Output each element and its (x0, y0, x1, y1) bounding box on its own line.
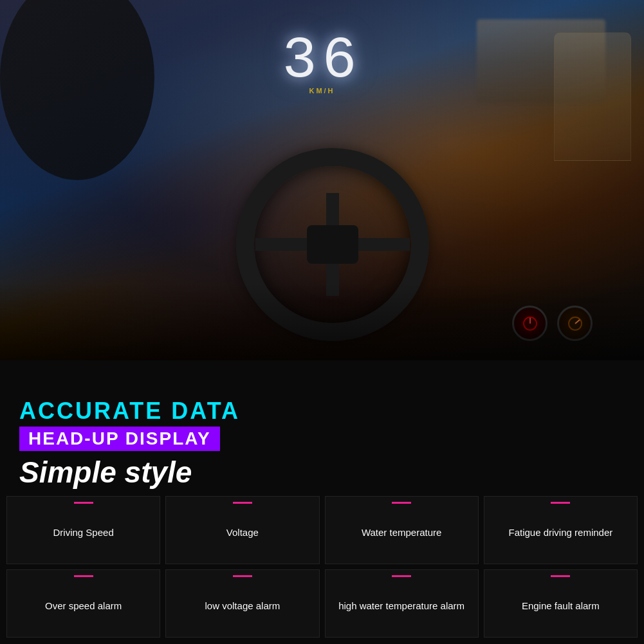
head-up-display-text: HEAD-UP DISPLAY (19, 427, 220, 451)
feature-card-voltage: Voltage (165, 496, 319, 564)
feature-card-high-water-temp-alarm: high water temperature alarm (325, 569, 479, 638)
simple-style-text: Simple style (19, 455, 625, 490)
feature-card-over-speed-alarm: Over speed alarm (6, 569, 160, 638)
feature-driving-speed-label: Driving Speed (53, 526, 114, 539)
feature-low-voltage-alarm-label: low voltage alarm (205, 600, 281, 612)
feature-card-fatigue-driving: Fatigue driving reminder (484, 496, 638, 564)
marketing-text: ACCURATE DATA HEAD-UP DISPLAY Simple sty… (0, 389, 644, 496)
feature-card-engine-fault-alarm: Engine fault alarm (484, 569, 638, 638)
hud-display: 36 KM/H (282, 32, 362, 95)
feature-over-speed-alarm-label: Over speed alarm (45, 600, 122, 612)
feature-voltage-label: Voltage (226, 526, 259, 539)
feature-card-driving-speed: Driving Speed (6, 496, 160, 564)
hud-speed: 36 (282, 32, 362, 90)
feature-fatigue-driving-label: Fatigue driving reminder (509, 526, 613, 539)
features-grid: Driving Speed Voltage Water temperature … (6, 496, 638, 638)
feature-high-water-temp-alarm-label: high water temperature alarm (338, 600, 465, 612)
steering-center (307, 225, 358, 264)
photo-bottom-fade (0, 283, 644, 360)
feature-card-low-voltage-alarm: low voltage alarm (165, 569, 319, 638)
feature-engine-fault-alarm-label: Engine fault alarm (522, 600, 600, 612)
feature-water-temperature-label: Water temperature (362, 526, 442, 539)
accurate-data-text: ACCURATE DATA (19, 398, 625, 424)
feature-card-water-temperature: Water temperature (325, 496, 479, 564)
car-photo: 36 KM/H (0, 0, 644, 360)
page-wrapper: 36 KM/H (0, 0, 644, 644)
